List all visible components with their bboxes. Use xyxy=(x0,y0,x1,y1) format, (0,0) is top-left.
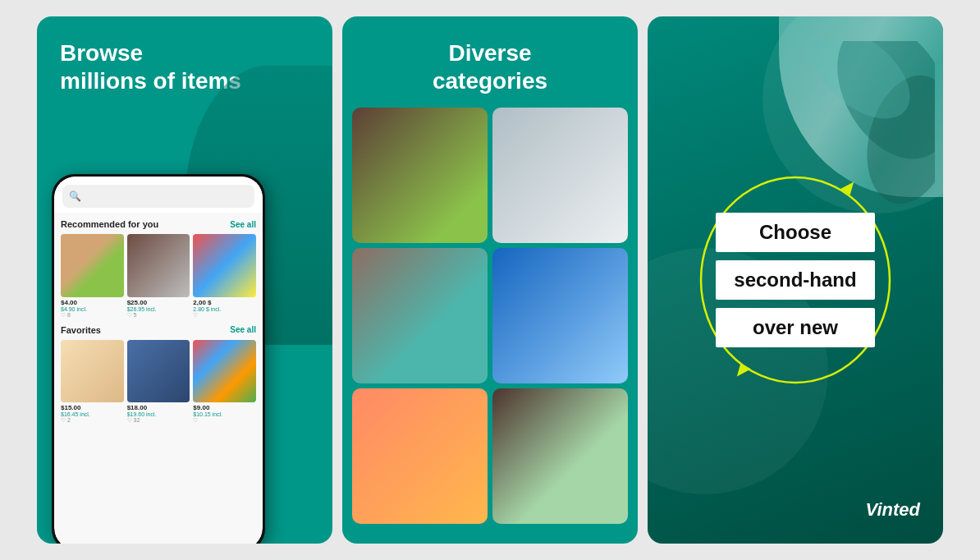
product-info: 2,00 $ 2.80 $ incl. ♡ xyxy=(193,299,256,319)
product-price-incl: $4.90 incl. xyxy=(61,306,124,312)
product-likes: ♡ 2 xyxy=(61,417,124,424)
search-icon: 🔍 xyxy=(69,190,81,202)
product-price: $18.00 xyxy=(127,404,190,411)
product-likes: ♡ 5 xyxy=(127,312,190,319)
cards-container: Browse millions of items 🔍 Recommended f… xyxy=(0,0,980,560)
product-info: $4.00 $4.90 incl. ♡ 8 xyxy=(61,299,124,319)
category-wood-toy[interactable] xyxy=(352,388,488,524)
search-bar[interactable]: 🔍 xyxy=(62,185,254,208)
product-info: $25.00 $26.95 incl. ♡ 5 xyxy=(127,299,190,319)
product-info: $18.00 $19.60 incl. ♡ 32 xyxy=(127,404,190,424)
product-image-marbles xyxy=(61,234,124,297)
category-shoes[interactable] xyxy=(352,108,488,243)
favorites-grid: $15.00 $16.45 incl. ♡ 2 $18.00 $19.60 in… xyxy=(61,340,256,425)
card-categories: Diverse categories xyxy=(342,16,638,544)
card3-content: Choose second-hand over new xyxy=(648,16,943,544)
product-price: $25.00 xyxy=(127,299,190,306)
product-item[interactable]: $4.00 $4.90 incl. ♡ 8 xyxy=(61,234,124,319)
phone-search-bar-container: 🔍 xyxy=(54,177,263,213)
product-likes: ♡ xyxy=(193,312,256,319)
diverse-subtitle: categories xyxy=(433,68,547,94)
product-price-incl: $16.45 incl. xyxy=(61,411,124,417)
recommended-grid: $4.00 $4.90 incl. ♡ 8 $25.00 $26.95 incl… xyxy=(61,234,256,319)
product-info: $9.00 $10.15 incl. ♡ xyxy=(193,404,256,424)
product-likes: ♡ 8 xyxy=(61,312,124,319)
favorites-header: Favorites See all xyxy=(61,325,256,335)
category-stroller[interactable] xyxy=(492,248,628,383)
recommended-label: Recommended for you xyxy=(61,219,158,229)
product-item[interactable]: $15.00 $16.45 incl. ♡ 2 xyxy=(61,340,124,425)
favorites-see-all[interactable]: See all xyxy=(230,325,256,334)
card-secondhand: Choose second-hand over new Vinted xyxy=(648,16,943,544)
choose-label-3: over new xyxy=(716,308,874,347)
favorites-label: Favorites xyxy=(61,325,101,335)
product-likes: ♡ xyxy=(193,417,256,424)
phone-mockup: 🔍 Recommended for you See all $4.00 $4 xyxy=(52,174,265,544)
recommended-header: Recommended for you See all xyxy=(61,219,256,229)
diverse-title: Diverse xyxy=(448,40,531,66)
choose-label-2: second-hand xyxy=(716,260,874,300)
category-shirt[interactable] xyxy=(492,108,628,243)
product-price: $9.00 xyxy=(193,404,256,411)
product-item[interactable]: 2,00 $ 2.80 $ incl. ♡ xyxy=(193,234,256,319)
phone-content: Recommended for you See all $4.00 $4.90 … xyxy=(54,213,263,544)
card2-title: Diverse categories xyxy=(342,16,638,108)
category-grid xyxy=(342,108,638,524)
product-item[interactable]: $18.00 $19.60 incl. ♡ 32 xyxy=(127,340,190,425)
product-price-incl: 2.80 $ incl. xyxy=(193,306,256,312)
product-image-bag xyxy=(193,340,256,403)
product-item[interactable]: $25.00 $26.95 incl. ♡ 5 xyxy=(127,234,190,319)
browse-subtitle: millions of items xyxy=(60,68,241,94)
card-browse: Browse millions of items 🔍 Recommended f… xyxy=(37,16,332,544)
product-image-moka xyxy=(127,234,190,297)
product-likes: ♡ 32 xyxy=(127,417,190,424)
product-image-jeans xyxy=(127,340,190,403)
browse-title: Browse xyxy=(60,40,143,66)
oval-container: Choose second-hand over new xyxy=(689,165,902,395)
product-price: 2,00 $ xyxy=(193,299,256,306)
choose-labels: Choose second-hand over new xyxy=(716,213,874,347)
choose-label-1: Choose xyxy=(716,213,874,252)
product-price: $4.00 xyxy=(61,299,124,306)
product-price: $15.00 xyxy=(61,404,124,411)
category-bowls[interactable] xyxy=(492,388,628,524)
product-price-incl: $26.95 incl. xyxy=(127,306,190,312)
product-image-scarf xyxy=(61,340,124,403)
product-item[interactable]: $9.00 $10.15 incl. ♡ xyxy=(193,340,256,425)
product-info: $15.00 $16.45 incl. ♡ 2 xyxy=(61,404,124,424)
product-image-toy xyxy=(193,234,256,297)
vinted-logo: Vinted xyxy=(866,499,920,521)
recommended-see-all[interactable]: See all xyxy=(230,220,256,229)
product-price-incl: $10.15 incl. xyxy=(193,411,256,417)
phone-screen: 🔍 Recommended for you See all $4.00 $4 xyxy=(54,177,263,544)
category-basket[interactable] xyxy=(352,248,488,383)
product-price-incl: $19.60 incl. xyxy=(127,411,190,417)
